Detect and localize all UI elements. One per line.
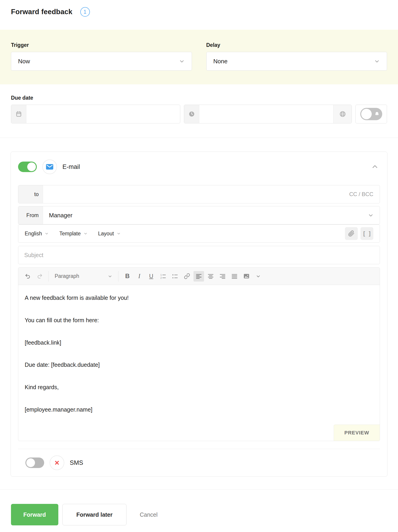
- bold-button[interactable]: B: [122, 271, 133, 282]
- redo-button[interactable]: [34, 271, 45, 282]
- trigger-label: Trigger: [11, 42, 192, 48]
- delay-value: None: [213, 58, 228, 65]
- preview-button[interactable]: PREVIEW: [334, 424, 380, 441]
- forward-button[interactable]: Forward: [11, 504, 58, 525]
- bullet-list-icon: [172, 273, 178, 279]
- delay-label: Delay: [206, 42, 387, 48]
- toolbar-more-button[interactable]: [253, 271, 263, 282]
- page-footer: Forward Forward later Cancel: [0, 490, 398, 527]
- from-value: Manager: [43, 206, 368, 224]
- due-date-input[interactable]: [26, 105, 180, 123]
- chevron-down-icon: [256, 274, 261, 279]
- ordered-list-button[interactable]: 1 2: [158, 271, 168, 282]
- toolbar-divider: [118, 271, 118, 282]
- bell-icon: [374, 111, 380, 117]
- brackets-icon: [ ]: [362, 231, 372, 237]
- layout-value: Layout: [98, 231, 114, 237]
- paragraph-style-value: Paragraph: [55, 273, 79, 279]
- due-time-field: [184, 105, 352, 123]
- envelope-icon: [46, 163, 54, 170]
- link-button[interactable]: [182, 271, 192, 282]
- align-right-button[interactable]: [217, 271, 228, 282]
- image-icon: [243, 273, 250, 279]
- align-justify-button[interactable]: [229, 271, 240, 282]
- align-right-icon: [219, 273, 226, 279]
- subject-field-row: [18, 246, 380, 264]
- cc-bcc-link[interactable]: CC / BCC: [349, 191, 380, 197]
- sms-channel-label: SMS: [70, 459, 83, 466]
- chevron-down-icon: [374, 58, 380, 64]
- toggle-knob: [27, 163, 36, 171]
- due-date-section: Due date: [0, 84, 398, 138]
- template-select[interactable]: Template: [59, 231, 87, 237]
- toggle-knob: [26, 458, 35, 467]
- insert-field-button[interactable]: [ ]: [360, 227, 373, 240]
- chevron-down-icon: [179, 58, 185, 64]
- from-label: From: [18, 206, 43, 224]
- to-label: to: [18, 185, 43, 203]
- reminder-toggle[interactable]: [355, 105, 387, 123]
- email-card-header: E-mail: [11, 152, 387, 182]
- bullet-list-button[interactable]: [170, 271, 180, 282]
- template-value: Template: [59, 231, 80, 237]
- italic-button[interactable]: I: [134, 271, 144, 282]
- close-icon: [53, 459, 60, 466]
- subject-input[interactable]: [18, 246, 380, 264]
- insert-image-button[interactable]: [241, 271, 252, 282]
- clock-icon: [184, 105, 199, 123]
- body-paragraph: Kind regards,: [25, 383, 373, 391]
- toolbar-divider: [48, 271, 49, 282]
- language-select[interactable]: English: [25, 231, 49, 237]
- attachment-button[interactable]: [345, 227, 358, 240]
- bold-icon: B: [125, 273, 130, 280]
- forward-later-button[interactable]: Forward later: [62, 504, 126, 525]
- underline-icon: U: [149, 273, 153, 279]
- svg-text:2: 2: [160, 276, 162, 279]
- timezone-globe-icon[interactable]: [333, 105, 352, 123]
- trigger-select[interactable]: Now: [11, 52, 192, 71]
- language-value: English: [25, 231, 42, 237]
- paragraph-style-select[interactable]: Paragraph: [52, 273, 115, 279]
- calendar-icon: [11, 105, 26, 123]
- sms-row: SMS: [18, 449, 380, 476]
- delay-select[interactable]: None: [206, 52, 387, 71]
- align-left-icon: [196, 273, 202, 279]
- body-paragraph: [feedback.link]: [25, 339, 373, 347]
- italic-icon: I: [138, 273, 140, 280]
- email-toggle[interactable]: [18, 162, 37, 172]
- body-paragraph: [employee.manager.name]: [25, 406, 373, 414]
- layout-select[interactable]: Layout: [98, 231, 121, 237]
- paperclip-icon: [348, 230, 354, 237]
- to-input[interactable]: [43, 185, 349, 203]
- step-badge: 1: [80, 7, 90, 17]
- due-time-input[interactable]: [199, 105, 333, 123]
- due-date-label: Due date: [11, 95, 387, 101]
- template-toolbar: English Template Layout: [18, 224, 380, 243]
- chevron-down-icon: [117, 232, 121, 236]
- toggle-knob: [361, 109, 372, 119]
- ordered-list-icon: 1 2: [160, 273, 166, 279]
- schedule-section: Trigger Now Delay None: [0, 30, 398, 84]
- sms-channel-badge: [50, 456, 64, 470]
- chevron-down-icon: [84, 232, 88, 236]
- align-left-button[interactable]: [194, 271, 204, 282]
- from-field-row[interactable]: From Manager: [18, 206, 380, 224]
- sms-toggle[interactable]: [25, 457, 44, 468]
- svg-text:1: 1: [160, 273, 162, 276]
- email-body-editor: Paragraph B I U 1 2: [18, 267, 380, 441]
- align-center-button[interactable]: [205, 271, 216, 282]
- editor-toolbar: Paragraph B I U 1 2: [18, 268, 380, 285]
- chevron-up-icon[interactable]: [370, 162, 380, 172]
- email-card: E-mail to CC / BCC From Manager English: [11, 152, 387, 477]
- body-paragraph: You can fill out the form here:: [25, 317, 373, 324]
- body-paragraph: A new feedback form is available for you…: [25, 294, 373, 302]
- page-title: Forward feedback: [11, 8, 72, 16]
- align-center-icon: [208, 273, 214, 279]
- body-paragraph: Due date: [feedback.duedate]: [25, 361, 373, 369]
- undo-button[interactable]: [22, 271, 33, 282]
- cancel-button[interactable]: Cancel: [140, 511, 158, 518]
- email-body-content[interactable]: A new feedback form is available for you…: [18, 285, 380, 441]
- due-date-field: [11, 105, 180, 123]
- email-channel-label: E-mail: [62, 163, 80, 171]
- underline-button[interactable]: U: [146, 271, 157, 282]
